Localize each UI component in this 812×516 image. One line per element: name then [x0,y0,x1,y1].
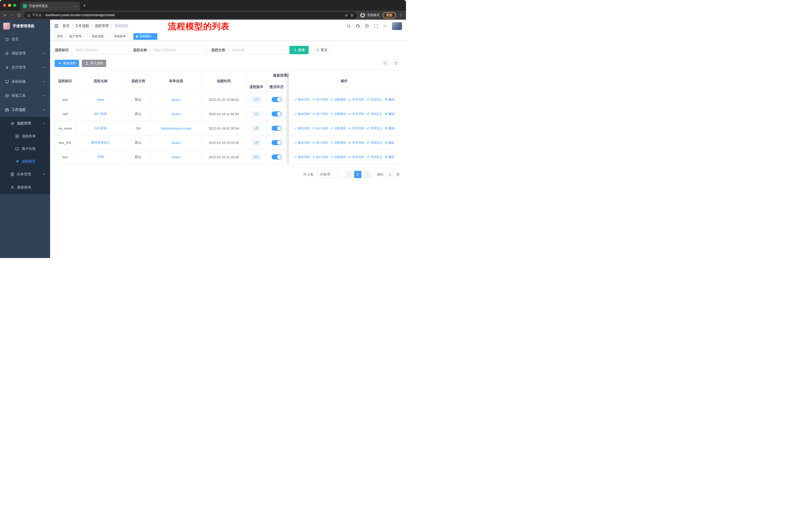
import-process-button[interactable]: 导入流程 [82,60,106,67]
breadcrumb-item[interactable]: 流程管理 [95,24,109,28]
goto-page-input[interactable] [386,171,395,178]
action-design[interactable]: 设计流程 [312,155,328,159]
action-publish[interactable]: 发布流程 [348,155,364,159]
sidebar-item-workflow[interactable]: 工作流程 [0,103,50,117]
process-version-tag[interactable]: v5 [253,126,260,131]
active-toggle[interactable] [271,155,282,160]
prev-page-button[interactable] [345,171,352,178]
action-assign-rule[interactable]: 分配规则 [330,141,346,145]
process-key-input[interactable] [72,46,128,54]
action-publish[interactable]: 发布流程 [348,141,364,145]
action-delete[interactable]: 删除 [385,155,395,159]
action-design[interactable]: 设计流程 [312,98,328,102]
form-info-link[interactable]: /bpm/oa/leave/create [161,127,191,130]
sidebar-item-process-model[interactable]: 流程模型 [0,155,50,168]
process-name-link[interactable]: 测试多审批人 [91,140,111,145]
process-name-input[interactable] [150,46,207,54]
action-definition[interactable]: 流程定义 [367,126,382,131]
process-name-link[interactable]: 滔博 [97,155,104,159]
refresh-table-button[interactable] [392,59,400,67]
close-icon[interactable] [83,35,85,37]
fullscreen-icon[interactable] [374,24,378,28]
back-button[interactable] [3,13,7,17]
process-version-tag[interactable]: v2 [253,111,260,117]
form-info-link[interactable]: biubiu [172,141,180,145]
action-publish[interactable]: 发布流程 [348,112,364,116]
breadcrumb-item[interactable]: 首页 [62,24,69,28]
action-assign-rule[interactable]: 分配规则 [330,112,346,116]
action-delete[interactable]: 删除 [385,126,395,131]
breadcrumb-item[interactable]: 工作流程 [75,24,89,28]
action-design[interactable]: 设计流程 [312,141,328,145]
process-version-tag[interactable]: v21 [252,154,261,160]
process-version-tag[interactable]: v17 [252,97,261,102]
action-modify[interactable]: 修改流程 [294,126,310,131]
header-search-icon[interactable] [347,24,351,28]
active-toggle[interactable] [271,111,282,116]
sidebar-item-infrastructure[interactable]: 基础设施 [0,75,50,89]
sidebar-item-task-management[interactable]: 任务管理 [0,168,50,181]
action-delete[interactable]: 删除 [385,98,395,102]
github-icon[interactable] [356,24,360,28]
reload-button[interactable] [17,13,21,17]
action-publish[interactable]: 发布流程 [348,98,364,102]
tag-process-model[interactable]: 流程模型 [134,33,157,40]
close-window-button[interactable] [3,4,6,7]
sidebar-item-dev-tools[interactable]: 研发工具 [0,89,50,103]
action-assign-rule[interactable]: 分配规则 [330,126,346,131]
action-definition[interactable]: 流程定义 [367,112,382,116]
sidebar-item-process-management[interactable]: 流程管理 [0,117,50,130]
sidebar-item-process-form[interactable]: 流程表单 [0,130,50,143]
tag-process-form[interactable]: 流程表单 [111,33,132,40]
forward-button[interactable] [10,13,14,17]
tag-home[interactable]: 首页 [54,33,65,40]
app-logo[interactable]: 芋道管理系统 [0,20,50,32]
font-size-icon[interactable]: TT [383,24,387,28]
next-page-button[interactable] [364,171,371,178]
password-key-icon[interactable] [345,13,348,17]
update-button[interactable]: 更新 [383,12,396,19]
action-definition[interactable]: 流程定义 [367,141,382,145]
process-name-link[interactable]: 自己审批 [94,112,107,116]
action-assign-rule[interactable]: 分配规则 [330,98,346,102]
new-tab-button[interactable] [83,4,86,7]
tag-tenant-management[interactable]: 租户管理 [67,33,88,40]
user-avatar[interactable] [392,22,402,30]
action-modify[interactable]: 修改流程 [294,141,310,145]
action-design[interactable]: 设计流程 [312,126,328,131]
close-icon[interactable] [152,35,155,37]
action-design[interactable]: 设计流程 [312,112,328,116]
sidebar-item-system-management[interactable]: 系统管理 [0,46,50,60]
active-toggle[interactable] [271,97,282,102]
process-name-link[interactable]: OA 请假 [95,126,107,131]
page-number-button[interactable]: 1 [354,171,361,178]
form-info-link[interactable]: biubiu [172,155,180,159]
browser-tab[interactable]: 芋道管理系统 [21,2,80,10]
create-process-button[interactable]: 新建流程 [55,60,79,67]
action-definition[interactable]: 流程定义 [367,155,382,159]
close-icon[interactable] [127,35,129,37]
show-search-button[interactable] [381,59,389,67]
active-toggle[interactable] [271,126,282,131]
action-modify[interactable]: 修改流程 [294,112,310,116]
form-info-link[interactable]: biubiu [172,98,180,102]
minimize-window-button[interactable] [8,4,11,7]
sidebar-item-user-group[interactable]: 用户分组 [0,143,50,155]
process-version-tag[interactable]: v4 [253,140,260,145]
page-size-select[interactable]: 10条/页 [317,171,340,178]
process-name-link[interactable]: eeee [97,98,104,102]
maximize-window-button[interactable] [13,4,16,7]
hamburger-icon[interactable] [54,24,59,28]
action-delete[interactable]: 删除 [385,112,395,116]
form-info-link[interactable]: biubiu [172,112,180,116]
help-icon[interactable] [365,24,369,28]
sidebar-item-home[interactable]: 首页 [0,32,50,46]
action-definition[interactable]: 流程定义 [367,98,382,102]
close-icon[interactable] [105,35,107,37]
reset-button[interactable]: 重置 [312,46,331,54]
action-modify[interactable]: 修改流程 [294,98,310,102]
action-modify[interactable]: 修改流程 [294,155,310,159]
action-publish[interactable]: 发布流程 [348,126,364,131]
action-assign-rule[interactable]: 分配规则 [330,155,346,159]
sidebar-item-payment-management[interactable]: ¥支付管理 [0,60,50,75]
